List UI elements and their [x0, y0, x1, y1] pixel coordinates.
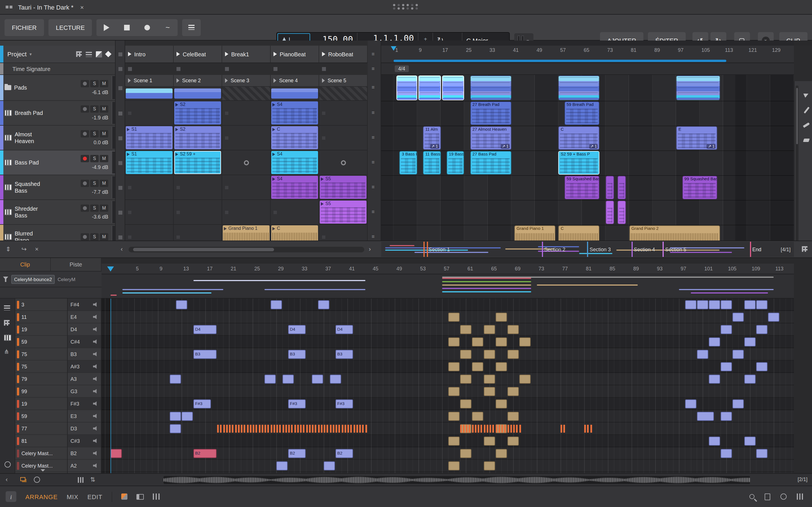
mode-edit[interactable]: EDIT: [87, 493, 102, 500]
back-icon[interactable]: ‹: [6, 476, 8, 483]
midi-note[interactable]: [259, 425, 260, 433]
solo-button[interactable]: S: [90, 205, 99, 212]
midi-note[interactable]: [495, 362, 507, 371]
midi-note[interactable]: [516, 425, 518, 433]
launcher-column-header[interactable]: Break1: [222, 46, 271, 63]
keyboard-icon[interactable]: [4, 335, 11, 341]
launcher-clip[interactable]: Grand Piano 1: [223, 225, 269, 240]
stop-button[interactable]: [118, 52, 122, 56]
launcher-clip[interactable]: S4: [271, 101, 318, 124]
arranger-clip[interactable]: C↗ 1: [559, 126, 600, 150]
launcher-clip[interactable]: S5: [320, 201, 366, 224]
project-title[interactable]: Project: [7, 51, 27, 57]
arranger-clip[interactable]: [676, 75, 720, 100]
midi-note[interactable]: D4: [193, 325, 216, 334]
midi-note[interactable]: [720, 325, 732, 334]
track-row[interactable]: Breath PadSM-1.9 dB: [0, 101, 115, 126]
key-row[interactable]: B3: [68, 348, 101, 360]
midi-note[interactable]: F#3: [288, 399, 305, 408]
midi-note[interactable]: [315, 425, 317, 433]
midi-note[interactable]: [507, 325, 518, 334]
midi-note[interactable]: [282, 375, 294, 384]
key-row[interactable]: C#4: [68, 336, 101, 348]
meter-marker[interactable]: 4/4: [395, 65, 409, 72]
midi-note[interactable]: [510, 425, 512, 433]
midi-note[interactable]: [720, 412, 732, 421]
arranger-clip[interactable]: 19 Bass: [447, 151, 464, 175]
scene-options-icon[interactable]: ≡: [371, 159, 375, 165]
midi-note[interactable]: [270, 300, 282, 309]
clip-slot[interactable]: [319, 151, 368, 175]
launcher-clip[interactable]: S2 59 +: [174, 151, 221, 174]
midi-note[interactable]: [460, 350, 471, 359]
stop-button[interactable]: [118, 111, 122, 115]
midi-note[interactable]: [294, 425, 296, 433]
mixer-icon[interactable]: [153, 494, 159, 500]
midi-note[interactable]: [347, 425, 349, 433]
stop-button[interactable]: [118, 235, 122, 239]
midi-note[interactable]: [507, 412, 518, 421]
midi-note[interactable]: [460, 425, 462, 433]
clip-slot[interactable]: [174, 175, 222, 200]
midi-note[interactable]: [282, 425, 284, 433]
midi-note[interactable]: [182, 412, 193, 421]
pointer-tool-button[interactable]: [801, 89, 811, 100]
scene-cell[interactable]: Scene 3: [222, 75, 271, 87]
midi-note[interactable]: [264, 425, 266, 433]
close-icon[interactable]: ×: [80, 4, 84, 10]
midi-note[interactable]: B3: [288, 350, 305, 359]
midi-note[interactable]: [170, 412, 181, 421]
midi-note[interactable]: [744, 300, 755, 309]
solo-button[interactable]: S: [90, 105, 99, 113]
clip-slot[interactable]: [125, 175, 174, 200]
launcher-clip[interactable]: S1: [126, 151, 172, 174]
clip-slot[interactable]: S5: [319, 200, 368, 225]
arranger-clip[interactable]: [606, 176, 614, 200]
mute-button[interactable]: M: [100, 233, 108, 240]
arm-button[interactable]: [81, 80, 89, 87]
stop-button[interactable]: [118, 186, 122, 189]
knife-tool-button[interactable]: [801, 119, 811, 131]
arranger-clip[interactable]: 11 Bass: [423, 151, 441, 175]
clip-slot[interactable]: [125, 200, 174, 225]
midi-note[interactable]: [472, 362, 483, 371]
arranger-clip[interactable]: S2 59 + Bass P: [559, 151, 600, 175]
stop-button[interactable]: [117, 19, 137, 36]
midi-note[interactable]: [507, 387, 518, 396]
midi-note[interactable]: [720, 300, 732, 309]
arranger-clip[interactable]: 59 Squashed Bass: [564, 176, 600, 200]
layer-row[interactable]: Celery Mast...: [15, 447, 67, 460]
speaker-icon[interactable]: [93, 314, 98, 320]
midi-note[interactable]: [472, 425, 473, 433]
mute-button[interactable]: M: [100, 205, 108, 212]
midi-note[interactable]: [709, 300, 720, 309]
midi-note[interactable]: [342, 425, 343, 433]
layer-row[interactable]: 3: [15, 298, 67, 311]
midi-note[interactable]: [484, 325, 495, 334]
pencil-tool-button[interactable]: [801, 104, 811, 115]
midi-note[interactable]: [333, 425, 335, 433]
tab-clip[interactable]: Clip: [0, 258, 51, 271]
midi-note[interactable]: [481, 425, 483, 433]
midi-note[interactable]: B2: [288, 449, 305, 458]
key-row[interactable]: G3: [68, 385, 101, 398]
file-menu-button[interactable]: FICHIER: [4, 19, 44, 36]
arm-button[interactable]: [81, 130, 89, 137]
clip-slot[interactable]: [222, 175, 271, 200]
fold-icon[interactable]: ⋔: [4, 348, 9, 355]
midi-note[interactable]: [490, 425, 491, 433]
midi-note[interactable]: [359, 425, 361, 433]
grid-icon[interactable]: [4, 320, 10, 326]
scene-cell[interactable]: Scene 2: [174, 75, 222, 87]
midi-note[interactable]: [329, 375, 341, 384]
midi-note[interactable]: [303, 425, 305, 433]
arranger-clip[interactable]: [442, 75, 464, 100]
clip-slot[interactable]: [125, 101, 174, 126]
clip-slot[interactable]: [319, 225, 368, 240]
midi-note[interactable]: [253, 425, 254, 433]
automation-write-button[interactable]: ~: [158, 19, 178, 36]
scrollbar-thumb[interactable]: [796, 88, 798, 144]
layer-row[interactable]: 81: [15, 435, 67, 447]
launcher-clip[interactable]: C: [271, 225, 318, 240]
launcher-column-header[interactable]: RoboBeat: [319, 46, 368, 63]
